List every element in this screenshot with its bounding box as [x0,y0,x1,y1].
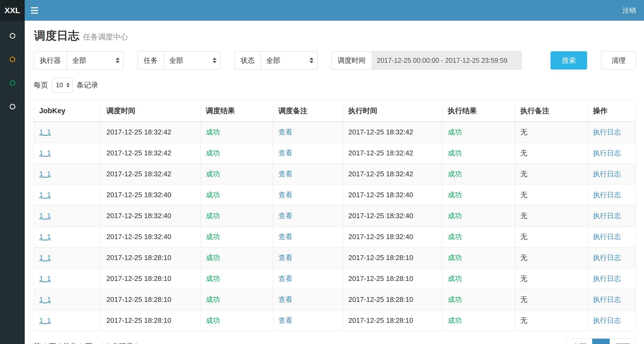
exec-log-link[interactable]: 执行日志 [593,191,621,199]
handle-msg-cell: 无 [515,185,587,206]
handle-msg-cell: 无 [515,310,587,331]
jobkey-link[interactable]: 1_1 [39,170,51,178]
log-table-body: 1_1 2017-12-25 18:32:42 成功 查看 2017-12-25… [34,122,636,331]
table-row: 1_1 2017-12-25 18:32:42 成功 查看 2017-12-25… [34,143,636,164]
table-row: 1_1 2017-12-25 18:32:42 成功 查看 2017-12-25… [34,164,636,185]
trigger-time-filter-label: 调度时间 [331,51,371,69]
trigger-msg-link[interactable]: 查看 [278,295,292,303]
next-page-button[interactable]: 下页 [610,339,636,344]
job-select-value: 全部 [169,56,183,65]
handle-msg-cell: 无 [515,206,587,226]
page-subtitle: 任务调度中心 [83,32,128,42]
col-header-trigger-time: 调度时间 [101,100,200,122]
jobkey-link[interactable]: 1_1 [39,275,51,283]
jobkey-link[interactable]: 1_1 [39,191,51,199]
circle-outline-icon [10,104,15,109]
col-header-handle-time: 执行时间 [343,100,442,122]
handle-time-cell: 2017-12-25 18:32:42 [343,164,442,185]
col-header-trigger-msg: 调度备注 [273,100,343,122]
page-title: 调度日志 [34,28,79,43]
logout-link[interactable]: 注销 [614,0,644,21]
exec-log-link[interactable]: 执行日志 [593,295,621,303]
col-header-handle-result: 执行结果 [442,100,515,122]
handle-result-text: 成功 [448,149,462,157]
trigger-msg-link[interactable]: 查看 [278,128,292,136]
jobkey-link[interactable]: 1_1 [39,128,51,136]
trigger-time-cell: 2017-12-25 18:32:42 [101,143,200,164]
jobkey-link[interactable]: 1_1 [39,212,51,220]
sidebar [0,21,25,344]
page-size-value: 10 [56,81,63,89]
trigger-time-cell: 2017-12-25 18:32:40 [101,226,200,247]
prev-page-button[interactable]: 上页 [566,339,592,344]
job-select[interactable]: 全部 [164,51,220,69]
trigger-msg-link[interactable]: 查看 [278,233,292,241]
jobkey-link[interactable]: 1_1 [39,295,51,303]
app-logo[interactable]: XXL [0,0,25,21]
trigger-msg-link[interactable]: 查看 [278,191,292,199]
trigger-result-text: 成功 [206,254,220,262]
exec-log-link[interactable]: 执行日志 [593,275,621,283]
trigger-msg-link[interactable]: 查看 [278,149,292,157]
executor-filter-label: 执行器 [34,51,67,69]
jobkey-link[interactable]: 1_1 [39,149,51,157]
table-row: 1_1 2017-12-25 18:28:10 成功 查看 2017-12-25… [34,310,636,331]
trigger-result-text: 成功 [206,275,220,283]
page-size-select[interactable]: 10 [52,78,73,93]
exec-log-link[interactable]: 执行日志 [593,212,621,220]
exec-log-link[interactable]: 执行日志 [593,149,621,157]
exec-log-link[interactable]: 执行日志 [593,254,621,262]
table-row: 1_1 2017-12-25 18:28:10 成功 查看 2017-12-25… [34,289,636,310]
trigger-msg-link[interactable]: 查看 [278,212,292,220]
current-page-button[interactable]: 1 [592,339,610,344]
select-stepper-icon [310,57,313,63]
status-select[interactable]: 全部 [261,51,317,69]
handle-msg-cell: 无 [515,247,587,268]
sidebar-toggle-icon[interactable] [25,0,44,21]
trigger-result-text: 成功 [206,170,220,178]
handle-time-cell: 2017-12-25 18:28:10 [343,310,442,331]
trigger-msg-link[interactable]: 查看 [278,170,292,178]
trigger-result-text: 成功 [206,191,220,199]
sidebar-item-1[interactable] [0,24,25,47]
clear-button[interactable]: 清理 [601,51,636,69]
log-table: JobKey 调度时间 调度结果 调度备注 执行时间 执行结果 执行备注 操作 … [34,100,636,331]
table-row: 1_1 2017-12-25 18:32:42 成功 查看 2017-12-25… [34,122,636,143]
select-stepper-icon [213,57,216,63]
exec-log-link[interactable]: 执行日志 [593,170,621,178]
exec-log-link[interactable]: 执行日志 [593,128,621,136]
handle-msg-cell: 无 [515,122,587,143]
handle-result-text: 成功 [448,316,462,324]
trigger-time-range-input[interactable]: 2017-12-25 00:00:00 - 2017-12-25 23:59:5… [371,51,522,69]
table-row: 1_1 2017-12-25 18:32:40 成功 查看 2017-12-25… [34,206,636,226]
handle-time-cell: 2017-12-25 18:28:10 [343,268,442,289]
jobkey-link[interactable]: 1_1 [39,233,51,241]
filter-bar: 执行器 全部 任务 全部 状态 全部 调度时间 2017-12-25 00:00… [34,51,636,69]
search-button[interactable]: 搜索 [551,51,587,69]
table-row: 1_1 2017-12-25 18:28:10 成功 查看 2017-12-25… [34,268,636,289]
table-row: 1_1 2017-12-25 18:32:40 成功 查看 2017-12-25… [34,185,636,206]
executor-select[interactable]: 全部 [67,51,124,69]
select-stepper-icon [66,83,69,87]
table-row: 1_1 2017-12-25 18:28:10 成功 查看 2017-12-25… [34,247,636,268]
col-header-action: 操作 [587,100,636,122]
trigger-msg-link[interactable]: 查看 [278,254,292,262]
jobkey-link[interactable]: 1_1 [39,316,51,324]
exec-log-link[interactable]: 执行日志 [593,316,621,324]
pagination: 上页 1 下页 [566,339,636,344]
sidebar-item-4[interactable] [0,95,25,118]
sidebar-item-3[interactable] [0,71,25,95]
trigger-msg-link[interactable]: 查看 [278,316,292,324]
handle-msg-cell: 无 [515,164,587,185]
handle-time-cell: 2017-12-25 18:32:40 [343,185,442,206]
page-size-prefix-label: 每页 [34,80,48,90]
table-header-row: JobKey 调度时间 调度结果 调度备注 执行时间 执行结果 执行备注 操作 [34,100,636,122]
trigger-time-cell: 2017-12-25 18:32:40 [101,185,200,206]
trigger-msg-link[interactable]: 查看 [278,275,292,283]
job-filter-label: 任务 [138,51,164,69]
exec-log-link[interactable]: 执行日志 [593,233,621,241]
page-header: 调度日志 任务调度中心 [34,28,636,43]
jobkey-link[interactable]: 1_1 [39,254,51,262]
sidebar-item-2[interactable] [0,47,25,71]
top-navbar: XXL 注销 [0,0,644,21]
